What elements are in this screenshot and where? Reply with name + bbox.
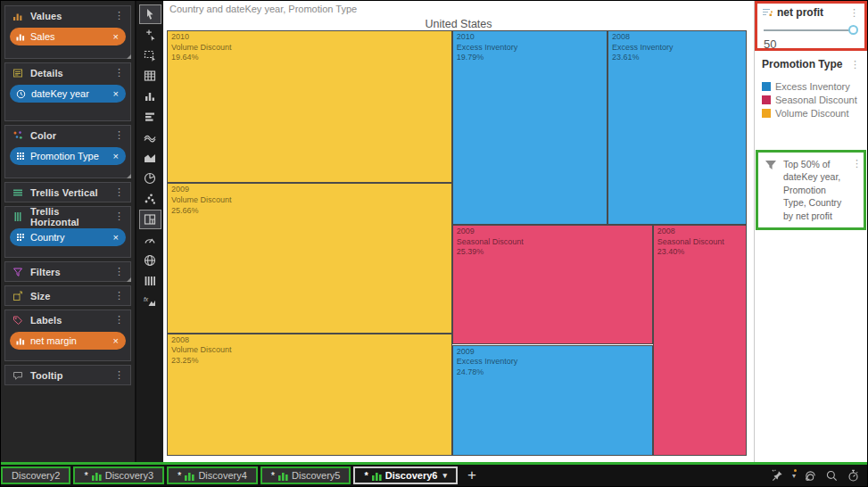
chip-country[interactable]: Country × [10, 228, 126, 246]
size-icon [12, 291, 23, 301]
applied-filter-chip[interactable]: Top 50% of dateKey year, Promotion Type,… [756, 150, 866, 230]
values-bars-icon [12, 11, 23, 21]
color-dots-icon [12, 130, 23, 141]
advanced-fx-chart-icon[interactable]: fx [139, 292, 161, 311]
chip-label: net margin [30, 335, 77, 346]
dropdown-caret-icon[interactable]: ▾ [792, 472, 796, 480]
dropzone-header: Tooltip ⋮ [5, 366, 130, 384]
close-icon[interactable]: × [113, 31, 119, 42]
dropzone-label: Filters [30, 267, 61, 277]
treemap-cell[interactable]: 2010Volume Discount19.64% [167, 30, 452, 183]
dropzone-color[interactable]: Color ⋮ Promotion Type × [4, 125, 131, 178]
tab-discovery6[interactable]: *Discovery6▾ [353, 466, 458, 484]
legend-item[interactable]: Excess Inventory [762, 81, 860, 92]
slider-title: net profit [777, 6, 823, 19]
kebab-menu-icon[interactable]: ⋮ [112, 187, 126, 197]
treemap-cell[interactable]: 2009Excess Inventory24.78% [452, 345, 653, 456]
kebab-menu-icon[interactable]: ⋮ [850, 59, 860, 70]
measure-bars-icon [16, 32, 25, 41]
area-chart-icon[interactable] [139, 148, 161, 168]
line-chart-icon[interactable] [139, 128, 161, 147]
move-point-tool-icon[interactable] [139, 25, 161, 45]
treemap-cell[interactable]: 2009Volume Discount25.66% [167, 183, 452, 333]
bar-chart-icon[interactable] [139, 107, 161, 127]
chart-canvas[interactable]: Country and dateKey year, Promotion Type… [163, 1, 754, 462]
treemap-cell[interactable]: 2008Seasonal Discount23.40% [653, 225, 747, 456]
kebab-menu-icon[interactable]: ⋮ [112, 267, 126, 277]
pin-icon[interactable] [771, 469, 784, 483]
close-icon[interactable]: × [113, 151, 119, 161]
trellis-header: United States [163, 18, 754, 30]
net-profit-slider[interactable] [764, 25, 856, 36]
treemap-cell-year: 2008 [657, 227, 742, 237]
scatter-chart-icon[interactable] [139, 189, 161, 209]
pointer-tool-icon[interactable] [139, 4, 161, 24]
dropzone-trellis-vertical[interactable]: Trellis Vertical ⋮ [4, 182, 131, 202]
dropzone-filters[interactable]: Filters ⋮ [4, 261, 131, 282]
kebab-menu-icon[interactable]: ⋮ [112, 315, 126, 325]
dropzone-size[interactable]: Size ⋮ [4, 285, 131, 306]
tab-discovery3[interactable]: *Discovery3 [73, 466, 164, 484]
close-icon[interactable]: × [113, 335, 119, 346]
dropzone-label: Values [30, 11, 62, 21]
column-chart-icon[interactable] [139, 87, 161, 106]
treemap-cell[interactable]: 2010Excess Inventory19.79% [452, 30, 608, 225]
new-tab-button[interactable]: + [460, 466, 484, 484]
kebab-menu-icon[interactable]: ⋮ [112, 211, 126, 221]
chip-net-margin[interactable]: net margin × [10, 332, 126, 350]
dropzone-header: Filters ⋮ [5, 262, 130, 281]
treemap-cell[interactable]: 2008Volume Discount23.25% [167, 334, 452, 456]
map-chart-icon[interactable] [139, 251, 161, 270]
treemap-cell-promotion: Volume Discount [171, 43, 448, 54]
dropzone-trellis-horizontal[interactable]: Trellis Horizontal ⋮ Country × [4, 206, 131, 258]
close-icon[interactable]: × [113, 232, 119, 243]
close-icon[interactable]: × [113, 88, 119, 99]
matrix-chart-icon[interactable] [139, 271, 161, 291]
slider-track[interactable] [764, 29, 856, 31]
chevron-down-icon[interactable]: ▾ [442, 471, 447, 480]
kebab-menu-icon[interactable]: ⋮ [112, 291, 126, 301]
treemap-chart-icon[interactable] [139, 210, 161, 229]
tab-strip: Discovery2*Discovery3*Discovery4*Discove… [1, 466, 458, 484]
tab-label: Discovery2 [12, 470, 60, 481]
dropzone-labels[interactable]: Labels ⋮ net margin × [4, 310, 131, 361]
chip-promotion-type[interactable]: Promotion Type × [10, 147, 126, 165]
dropzones-sidebar: Values ⋮ Sales × Details ⋮ [1, 1, 136, 462]
kebab-menu-icon[interactable]: ⋮ [112, 130, 126, 140]
treemap-cell-value: 25.39% [457, 247, 649, 258]
pie-chart-icon[interactable] [139, 169, 161, 188]
chart-tab-icon [92, 471, 102, 481]
interactions-spiral-icon[interactable] [804, 469, 817, 483]
kebab-menu-icon[interactable]: ⋮ [112, 68, 126, 78]
treemap-cell[interactable]: 2008Excess Inventory23.61% [608, 30, 747, 225]
tab-discovery4[interactable]: *Discovery4 [167, 466, 258, 484]
app-window: Values ⋮ Sales × Details ⋮ [1, 1, 867, 486]
dropzone-values[interactable]: Values ⋮ Sales × [4, 5, 131, 59]
tab-label: Discovery6 [385, 470, 438, 481]
dropzone-details[interactable]: Details ⋮ dateKey year × [4, 62, 131, 121]
treemap-cell-promotion: Seasonal Discount [457, 237, 649, 248]
gauge-chart-icon[interactable] [139, 230, 161, 250]
slider-thumb[interactable] [848, 25, 858, 35]
treemap-cell[interactable]: 2009Seasonal Discount25.39% [452, 225, 653, 345]
tab-label: Discovery3 [105, 470, 153, 481]
kebab-menu-icon[interactable]: ⋮ [849, 7, 859, 19]
lasso-select-tool-icon[interactable] [139, 45, 161, 65]
dropzone-header: Trellis Vertical ⋮ [5, 183, 130, 202]
chip-sales[interactable]: Sales × [10, 28, 126, 45]
dropzone-label: Size [30, 291, 50, 301]
svg-text:fx: fx [144, 296, 149, 302]
tab-discovery2[interactable]: Discovery2 [1, 466, 70, 484]
legend-item[interactable]: Volume Discount [762, 108, 860, 119]
chip-datekey-year[interactable]: dateKey year × [10, 85, 126, 103]
dropzone-tooltip[interactable]: Tooltip ⋮ [4, 365, 131, 385]
grid-tool-icon[interactable] [139, 66, 161, 86]
tab-discovery5[interactable]: *Discovery5 [260, 466, 351, 484]
legend-item[interactable]: Seasonal Discount [762, 95, 860, 105]
kebab-menu-icon[interactable]: ⋮ [112, 370, 126, 380]
kebab-menu-icon[interactable]: ⋮ [852, 158, 862, 169]
treemap-cell-promotion: Volume Discount [171, 195, 448, 206]
timer-icon[interactable] [847, 469, 860, 483]
search-icon[interactable] [825, 469, 839, 483]
kebab-menu-icon[interactable]: ⋮ [112, 11, 126, 21]
